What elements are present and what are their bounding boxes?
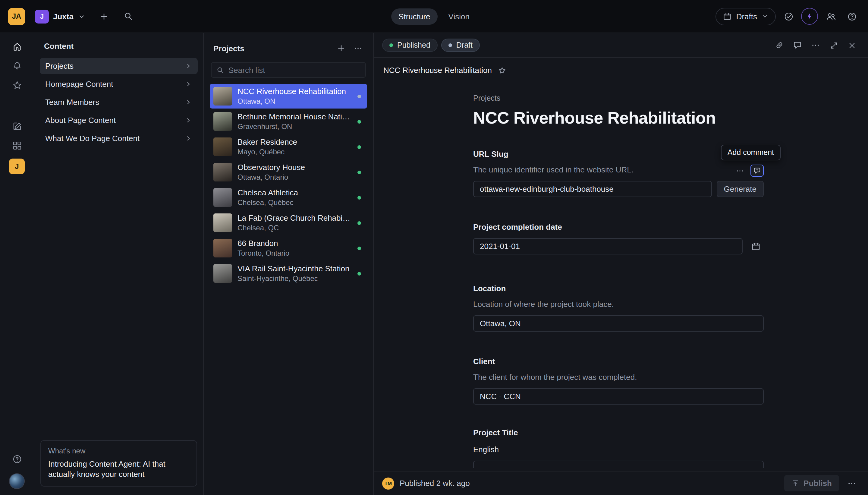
project-subtitle: Chelsea, Québec: [238, 198, 352, 207]
project-thumbnail: [213, 163, 232, 182]
date-input[interactable]: [473, 238, 743, 254]
perspective-selector[interactable]: Drafts: [716, 7, 776, 25]
project-list-item[interactable]: Chelsea Athletica Chelsea, Québec: [210, 185, 367, 210]
sidebar-item-what-we-do-page-content[interactable]: What We Do Page Content: [40, 130, 198, 147]
apps-nav-button[interactable]: [7, 136, 27, 155]
comments-button[interactable]: [789, 37, 805, 53]
editor-footer: TM Published 2 wk. ago Publish: [374, 471, 868, 495]
project-thumbnail: [213, 214, 232, 232]
draft-chip[interactable]: Draft: [441, 39, 480, 52]
projects-pane-title: Projects: [213, 44, 333, 53]
project-list-item[interactable]: La Fab (Grace Church Rehabilitation) Che…: [210, 210, 367, 235]
field-label: Project completion date: [473, 222, 764, 232]
rail-help-button[interactable]: [7, 449, 27, 468]
chevron-down-icon: [761, 13, 768, 20]
help-icon: [847, 11, 857, 21]
tab-vision[interactable]: Vision: [441, 8, 477, 24]
slug-input[interactable]: [473, 181, 712, 197]
list-menu-button[interactable]: [350, 40, 366, 56]
sidebar-item-homepage-content[interactable]: Homepage Content: [40, 76, 198, 92]
ellipsis-icon: [353, 44, 363, 53]
add-comment-tooltip: Add comment: [721, 145, 781, 160]
sidebar-item-label: Projects: [45, 62, 73, 70]
collaborators-button[interactable]: [822, 8, 839, 25]
user-avatar[interactable]: JA: [8, 7, 25, 25]
field-description: The unique identifier used in the websit…: [473, 165, 764, 175]
status-dot: [358, 246, 361, 250]
location-input[interactable]: [473, 315, 764, 331]
help-button[interactable]: [843, 8, 860, 25]
favorite-document-button[interactable]: [498, 66, 506, 74]
new-document-button[interactable]: [95, 7, 113, 25]
search-input[interactable]: [228, 65, 361, 74]
validation-button[interactable]: [780, 8, 797, 25]
client-input[interactable]: [473, 388, 764, 405]
expand-pane-button[interactable]: [826, 37, 841, 53]
project-list-item[interactable]: Observatory House Ottawa, Ontario: [210, 160, 367, 185]
chevron-right-icon: [185, 134, 192, 142]
generate-slug-button[interactable]: Generate: [717, 181, 764, 197]
compose-nav-button[interactable]: [7, 116, 27, 136]
close-pane-button[interactable]: [844, 37, 860, 53]
project-thumbnail: [213, 264, 232, 283]
workspace-name: Juxta: [53, 12, 73, 21]
status-dot: [358, 195, 361, 199]
publish-arrow-icon: [792, 479, 799, 487]
add-comment-button[interactable]: [750, 165, 764, 177]
workspace-switcher[interactable]: J Juxta: [31, 7, 89, 25]
workspace-rail-avatar[interactable]: J: [9, 158, 25, 174]
comment-plus-icon: [753, 166, 761, 175]
plus-icon: [99, 11, 109, 21]
sidebar-item-projects[interactable]: Projects: [40, 58, 198, 74]
project-thumbnail: [213, 87, 232, 105]
open-calendar-button[interactable]: [747, 238, 764, 254]
search-button[interactable]: [119, 7, 137, 25]
help-icon: [12, 454, 22, 464]
field-label: Project Title: [473, 428, 764, 438]
project-thumbnail: [213, 188, 232, 207]
whats-new-card[interactable]: What's new Introducing Content Agent: AI…: [40, 440, 197, 487]
footer-menu-button[interactable]: [844, 475, 860, 491]
project-list-item[interactable]: VIA Rail Saint-Hyacinthe Station Saint-H…: [210, 261, 367, 286]
field-client: Client The client for whom the project w…: [473, 357, 764, 405]
published-chip[interactable]: Published: [382, 39, 438, 52]
check-circle-icon: [783, 11, 794, 21]
user-profile-avatar[interactable]: [9, 473, 25, 489]
publish-button[interactable]: Publish: [784, 475, 839, 491]
project-thumbnail: [213, 137, 232, 156]
whats-new-text: Introducing Content Agent: AI that actua…: [48, 459, 189, 480]
ai-assist-button[interactable]: [801, 8, 818, 25]
document-menu-button[interactable]: [808, 37, 823, 53]
project-list-item[interactable]: Bethune Memorial House National His... G…: [210, 109, 367, 134]
chevron-down-icon: [78, 12, 86, 20]
field-menu-icon[interactable]: [735, 166, 744, 175]
document-type-label: Projects: [473, 94, 764, 102]
copy-link-button[interactable]: [771, 37, 787, 53]
project-list: NCC Riverhouse Rehabilitation Ottawa, ON…: [204, 83, 373, 287]
project-title-input[interactable]: [473, 461, 764, 468]
project-list-item[interactable]: 66 Brandon Toronto, Ontario: [210, 236, 367, 260]
published-chip-label: Published: [397, 41, 430, 49]
home-icon: [12, 41, 22, 52]
content-pane-title: Content: [44, 41, 73, 51]
sidebar-item-about-page-content[interactable]: About Page Content: [40, 112, 198, 129]
project-list-item[interactable]: NCC Riverhouse Rehabilitation Ottawa, ON: [210, 84, 367, 108]
project-search: [211, 62, 366, 78]
chevron-right-icon: [185, 80, 192, 88]
plus-icon: [336, 44, 346, 53]
sidebar-item-team-members[interactable]: Team Members: [40, 94, 198, 110]
favorites-nav-button[interactable]: [7, 75, 27, 95]
notifications-nav-button[interactable]: [7, 56, 27, 75]
home-nav-button[interactable]: [7, 37, 27, 56]
bell-icon: [12, 61, 22, 71]
status-dot: [358, 145, 361, 149]
create-project-button[interactable]: [333, 40, 349, 56]
project-subtitle: Mayo, Québec: [238, 148, 352, 156]
project-list-item[interactable]: Baker Residence Mayo, Québec: [210, 134, 367, 159]
field-description: The client for whom the project was comp…: [473, 373, 764, 382]
draft-dot: [449, 44, 452, 47]
tab-structure[interactable]: Structure: [391, 8, 438, 24]
navigation-rail: J: [0, 33, 34, 495]
draft-chip-label: Draft: [456, 41, 473, 49]
ellipsis-icon: [847, 478, 856, 488]
